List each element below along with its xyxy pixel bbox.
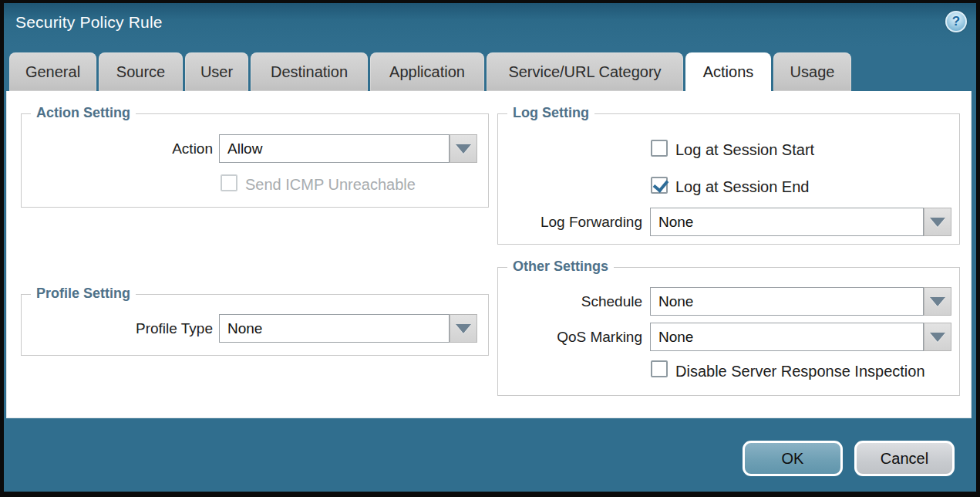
tab-actions[interactable]: Actions bbox=[685, 52, 771, 91]
action-setting-legend: Action Setting bbox=[31, 105, 136, 121]
profile-type-dropdown[interactable]: None bbox=[219, 314, 450, 343]
send-icmp-unreachable-label: Send ICMP Unreachable bbox=[245, 176, 416, 194]
profile-setting-legend: Profile Setting bbox=[31, 286, 136, 302]
action-dropdown[interactable]: Allow bbox=[219, 134, 450, 163]
help-icon[interactable]: ? bbox=[945, 11, 967, 32]
tab-user[interactable]: User bbox=[185, 52, 248, 91]
log-at-session-start-checkbox[interactable] bbox=[651, 140, 668, 157]
disable-server-response-inspection-label[interactable]: Disable Server Response Inspection bbox=[675, 363, 925, 380]
profile-type-label: Profile Type bbox=[77, 320, 213, 337]
tab-service-url-category[interactable]: Service/URL Category bbox=[487, 52, 683, 91]
tab-general[interactable]: General bbox=[9, 52, 96, 91]
chevron-down-icon bbox=[930, 218, 945, 227]
log-setting-legend: Log Setting bbox=[507, 105, 594, 121]
log-at-session-start-label[interactable]: Log at Session Start bbox=[675, 141, 814, 159]
profile-type-dropdown-button[interactable] bbox=[450, 314, 477, 343]
security-policy-rule-dialog: Security Policy Rule ? General Source Us… bbox=[0, 0, 980, 497]
send-icmp-unreachable-checkbox bbox=[221, 174, 237, 191]
ok-button[interactable]: OK bbox=[743, 441, 843, 476]
cancel-button[interactable]: Cancel bbox=[854, 441, 955, 476]
log-at-session-end-checkbox[interactable] bbox=[651, 177, 668, 194]
action-dropdown-value: Allow bbox=[227, 140, 262, 157]
disable-server-response-inspection-checkbox[interactable] bbox=[651, 360, 668, 377]
log-forwarding-label: Log Forwarding bbox=[497, 214, 642, 231]
chevron-down-icon bbox=[456, 144, 471, 154]
log-forwarding-dropdown-value: None bbox=[658, 214, 693, 231]
qos-marking-dropdown-button[interactable] bbox=[924, 323, 951, 351]
schedule-dropdown-value: None bbox=[658, 293, 693, 310]
tab-source[interactable]: Source bbox=[99, 52, 183, 91]
action-label: Action bbox=[77, 140, 213, 157]
schedule-dropdown[interactable]: None bbox=[650, 287, 924, 316]
tab-strip: General Source User Destination Applicat… bbox=[9, 52, 851, 91]
dialog-title: Security Policy Rule bbox=[15, 13, 163, 32]
tab-usage[interactable]: Usage bbox=[773, 52, 851, 91]
chevron-down-icon bbox=[456, 324, 471, 333]
log-forwarding-dropdown[interactable]: None bbox=[650, 208, 924, 236]
chevron-down-icon bbox=[930, 333, 945, 342]
log-at-session-end-label[interactable]: Log at Session End bbox=[675, 178, 809, 196]
other-settings-legend: Other Settings bbox=[507, 259, 614, 275]
qos-marking-label: QoS Marking bbox=[497, 329, 642, 346]
log-forwarding-dropdown-button[interactable] bbox=[924, 208, 951, 236]
schedule-dropdown-button[interactable] bbox=[924, 287, 951, 316]
help-icon-glyph: ? bbox=[952, 14, 960, 29]
tab-application[interactable]: Application bbox=[370, 52, 484, 91]
chevron-down-icon bbox=[930, 297, 945, 306]
qos-marking-dropdown[interactable]: None bbox=[650, 323, 924, 351]
tab-destination[interactable]: Destination bbox=[251, 52, 368, 91]
action-dropdown-button[interactable] bbox=[450, 134, 477, 163]
profile-type-dropdown-value: None bbox=[227, 320, 262, 337]
schedule-label: Schedule bbox=[497, 293, 642, 310]
qos-marking-dropdown-value: None bbox=[658, 329, 693, 346]
